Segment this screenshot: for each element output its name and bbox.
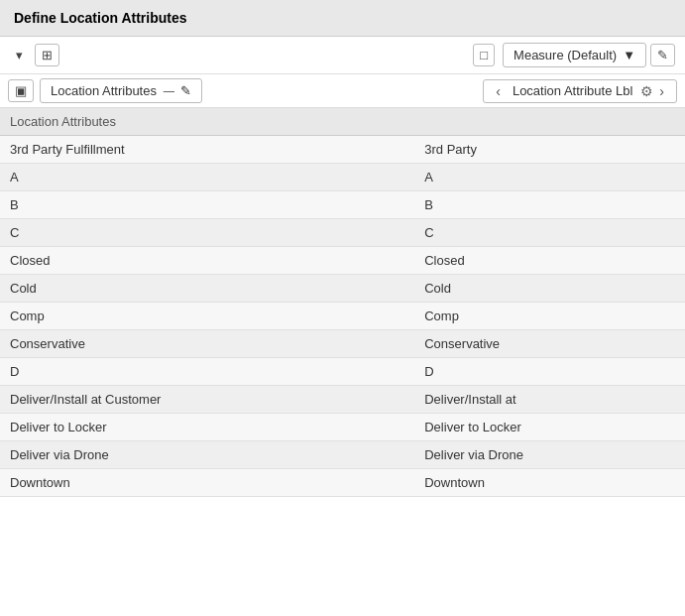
toolbar-left: ▾ ⊞ □	[10, 44, 495, 66]
col1-cell: Comp	[0, 303, 414, 330]
table-row[interactable]: Deliver/Install at CustomerDeliver/Insta…	[0, 386, 685, 414]
table-row[interactable]: ClosedClosed	[0, 247, 685, 275]
dropdown-icon: ▼	[623, 48, 635, 62]
pencil-icon: ✎	[657, 48, 668, 62]
col1-cell: B	[0, 191, 414, 219]
layout-icon: ⊞	[42, 48, 53, 62]
nav-label: Location Attribute Lbl	[507, 83, 638, 98]
measure-label: Measure (Default)	[514, 48, 617, 62]
page-title: Define Location Attributes	[14, 10, 187, 26]
second-toolbar-left: ▣ Location Attributes ⸻ ✎	[8, 78, 477, 103]
columns-button[interactable]: ▣	[8, 79, 34, 102]
expand-icon: ▾	[16, 48, 23, 62]
measure-edit-button[interactable]: ✎	[650, 44, 675, 66]
next-icon: ›	[659, 83, 664, 99]
table-row[interactable]: Deliver to LockerDeliver to Locker	[0, 414, 685, 441]
col1-cell: Deliver via Drone	[0, 441, 414, 469]
next-button[interactable]: ›	[655, 83, 668, 99]
col1-cell: Downtown	[0, 469, 414, 497]
col1-cell: A	[0, 164, 414, 191]
col1-cell: D	[0, 358, 414, 386]
table-row[interactable]: CC	[0, 219, 685, 247]
col1-header: Location Attributes	[0, 108, 414, 136]
col2-cell: Deliver via Drone	[414, 441, 685, 469]
table-row[interactable]: CompComp	[0, 303, 685, 330]
table-row[interactable]: DD	[0, 358, 685, 386]
table-row[interactable]: BB	[0, 191, 685, 219]
col2-cell: Deliver/Install at	[414, 386, 685, 414]
table-wrapper: Location Attributes 3rd Party Fulfillmen…	[0, 108, 685, 591]
hierarchy-icon: ⸻	[163, 84, 174, 98]
col2-cell: C	[414, 219, 685, 247]
nav-bar: ‹ Location Attribute Lbl ⚙ ›	[483, 79, 677, 103]
columns-icon: ▣	[15, 83, 27, 98]
col1-cell: Conservative	[0, 330, 414, 358]
col2-cell: Comp	[414, 303, 685, 330]
settings-icon[interactable]: ⚙	[640, 83, 653, 99]
location-attributes-table: Location Attributes 3rd Party Fulfillmen…	[0, 108, 685, 497]
col1-cell: 3rd Party Fulfillment	[0, 136, 414, 164]
edit-icon: ✎	[180, 83, 191, 98]
panel-toggle-button[interactable]: □	[473, 44, 495, 66]
col2-cell: D	[414, 358, 685, 386]
col1-cell: Deliver/Install at Customer	[0, 386, 414, 414]
table-row[interactable]: DowntownDowntown	[0, 469, 685, 497]
measure-button[interactable]: Measure (Default) ▼	[503, 43, 646, 67]
col2-cell: Deliver to Locker	[414, 414, 685, 441]
col1-cell: C	[0, 219, 414, 247]
location-attr-label: Location Attributes	[51, 83, 157, 98]
expand-button[interactable]: ▾	[10, 45, 29, 65]
table-row[interactable]: ConservativeConservative	[0, 330, 685, 358]
col2-cell: B	[414, 191, 685, 219]
col1-cell: Deliver to Locker	[0, 414, 414, 441]
title-bar: Define Location Attributes	[0, 0, 685, 37]
col1-cell: Cold	[0, 275, 414, 303]
table-row[interactable]: Deliver via DroneDeliver via Drone	[0, 441, 685, 469]
top-toolbar: ▾ ⊞ □ Measure (Default) ▼ ✎	[0, 37, 685, 74]
table-row[interactable]: 3rd Party Fulfillment3rd Party	[0, 136, 685, 164]
col2-cell: 3rd Party	[414, 136, 685, 164]
panel-icon: □	[480, 48, 488, 62]
col2-header	[414, 108, 685, 136]
col2-cell: Cold	[414, 275, 685, 303]
prev-icon: ‹	[496, 83, 501, 99]
col2-cell: A	[414, 164, 685, 191]
col2-cell: Downtown	[414, 469, 685, 497]
prev-button[interactable]: ‹	[492, 83, 505, 99]
location-attr-button[interactable]: Location Attributes ⸻ ✎	[40, 78, 202, 103]
col1-cell: Closed	[0, 247, 414, 275]
layout-button[interactable]: ⊞	[35, 44, 59, 66]
table-row[interactable]: AA	[0, 164, 685, 191]
second-toolbar: ▣ Location Attributes ⸻ ✎ ‹ Location Att…	[0, 74, 685, 108]
toolbar-right: Measure (Default) ▼ ✎	[503, 43, 675, 67]
table-row[interactable]: ColdCold	[0, 275, 685, 303]
col2-cell: Conservative	[414, 330, 685, 358]
col2-cell: Closed	[414, 247, 685, 275]
